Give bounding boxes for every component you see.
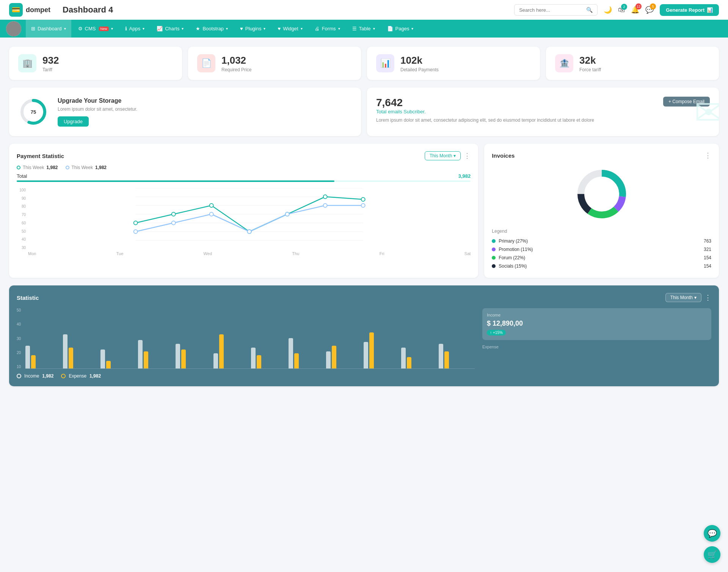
legend-label-week1: This Week xyxy=(23,165,44,170)
statistic-this-month-button[interactable]: This Month ▾ xyxy=(665,293,701,302)
income-panel: Income $ 12,890,00 ↑ +15% xyxy=(482,308,711,340)
statistic-more-button[interactable]: ⋮ xyxy=(704,293,711,302)
x-label-fri: Fri xyxy=(380,251,384,256)
svg-point-20 xyxy=(286,212,289,216)
theme-icon[interactable]: 🌙 xyxy=(604,6,612,14)
generate-report-button[interactable]: Generate Report 📊 xyxy=(660,4,719,16)
chevron-down-icon: ▾ xyxy=(226,27,228,31)
sidebar-item-cms[interactable]: ⚙ CMS New ▾ xyxy=(73,20,118,38)
invoices-title: Invoices xyxy=(492,152,515,159)
sidebar-item-widget[interactable]: ♥ Widget ▾ xyxy=(272,20,308,38)
email-bg-icon: ✉ xyxy=(694,92,719,132)
stat-card-required-price: 📄 1,032 Required Price xyxy=(188,47,361,80)
legend-section-title: Legend xyxy=(492,229,711,234)
income-label: Income xyxy=(24,373,39,379)
forum-dot xyxy=(492,256,496,260)
y-label: 70 xyxy=(17,213,26,217)
required-price-label: Required Price xyxy=(221,67,251,72)
primary-dot xyxy=(492,239,496,243)
tariff-value: 932 xyxy=(42,55,59,66)
sidebar-item-table[interactable]: ☰ Table ▾ xyxy=(347,20,380,38)
line-chart-container: 30 40 50 60 70 80 90 100 xyxy=(17,188,471,257)
expense-dot xyxy=(61,374,66,378)
chat-btn[interactable]: 💬 5 xyxy=(645,6,654,14)
widget-icon: ♥ xyxy=(278,26,281,31)
legend-list-item-primary: Primary (27%) 763 xyxy=(492,237,711,245)
chevron-down-icon: ▾ xyxy=(373,27,375,31)
upgrade-button[interactable]: Upgrade xyxy=(58,116,89,127)
bar-white xyxy=(251,348,256,368)
x-label-wed: Wed xyxy=(204,251,212,256)
bar-white xyxy=(176,344,180,368)
sidebar-item-bootstrap[interactable]: ★ Bootstrap ▾ xyxy=(190,20,233,38)
invoices-donut-svg xyxy=(573,166,630,223)
x-label-sat: Sat xyxy=(464,251,471,256)
cart-btn[interactable]: 🛍 2 xyxy=(618,6,625,14)
this-month-button[interactable]: This Month ▾ xyxy=(425,151,461,160)
sidebar-item-plugins[interactable]: ♥ Plugins ▾ xyxy=(235,20,271,38)
chevron-down-icon: ▾ xyxy=(143,27,144,31)
y-label: 30 xyxy=(17,246,26,250)
email-card-info: 7,642 Total emails Subcriber. Lorem ipsu… xyxy=(376,97,594,123)
legend-item-week2: This Week 1,982 xyxy=(66,165,107,170)
svg-point-10 xyxy=(172,212,176,216)
y-label: 50 xyxy=(17,229,26,234)
invoices-more-button[interactable]: ⋮ xyxy=(704,151,711,160)
y-label: 40 xyxy=(17,237,26,241)
pages-icon: 📄 xyxy=(387,26,393,31)
socials-dot xyxy=(492,264,496,268)
sidebar-item-pages[interactable]: 📄 Pages ▾ xyxy=(382,20,419,38)
bar-white xyxy=(138,340,143,368)
line-chart: Mon Tue Wed Thu Fri Sat xyxy=(28,188,471,257)
bar-white xyxy=(289,338,293,368)
income-legend-item: Income 1,982 xyxy=(17,373,53,379)
search-input[interactable] xyxy=(519,7,583,13)
nav-label-table: Table xyxy=(359,26,371,31)
statistic-body: 10 20 30 40 50 xyxy=(17,308,711,379)
email-desc: Lorem ipsum dolor sit amet, consectetur … xyxy=(376,118,594,123)
nav-label-charts: Charts xyxy=(165,26,179,31)
bell-badge: 12 xyxy=(635,3,642,9)
nav-label-apps: Apps xyxy=(129,26,141,31)
tariff-icon: 🏢 xyxy=(18,54,36,72)
mid-row: 75 Upgrade Your Storage Lorem ipsum dolo… xyxy=(9,88,719,136)
sidebar-item-dashboard[interactable]: ⊞ Dashboard ▾ xyxy=(26,20,71,38)
invoices-card: Invoices ⋮ Leg xyxy=(484,144,719,278)
bar-white xyxy=(326,351,331,368)
bar-white xyxy=(25,346,30,368)
sidebar-item-forms[interactable]: 🖨 Forms ▾ xyxy=(309,20,345,38)
bar-group-1 xyxy=(25,346,61,368)
x-label-thu: Thu xyxy=(292,251,299,256)
email-count: 7,642 xyxy=(376,97,594,109)
chevron-down-icon: ▾ xyxy=(411,27,413,31)
this-month-label: This Month xyxy=(430,153,452,158)
forms-icon: 🖨 xyxy=(315,26,320,31)
arrow-up-icon: ↑ xyxy=(490,331,492,335)
legend-dot-week2 xyxy=(66,166,69,169)
tariff-label: Tariff xyxy=(42,67,59,72)
forum-label: Forum (22%) xyxy=(499,255,525,260)
legend-val-week1: 1,982 xyxy=(46,165,58,170)
topbar-icons: 🌙 🛍 2 🔔 12 💬 5 Generate Report 📊 xyxy=(604,4,719,16)
promotion-label: Promotion (11%) xyxy=(499,247,533,252)
bar-group-6 xyxy=(213,334,249,368)
primary-value: 763 xyxy=(704,238,711,244)
bell-btn[interactable]: 🔔 12 xyxy=(631,6,639,14)
income-badge: ↑ +15% xyxy=(487,330,506,335)
bar-white xyxy=(213,353,218,368)
stat-card-tariff: 🏢 932 Tariff xyxy=(9,47,182,80)
x-label-tue: Tue xyxy=(116,251,124,256)
bar-yellow xyxy=(69,348,73,368)
legend-left: Forum (22%) xyxy=(492,255,525,260)
force-tariff-label: Force tariff xyxy=(579,67,601,72)
sidebar-item-apps[interactable]: ℹ Apps ▾ xyxy=(120,20,150,38)
page-title: Dashboard 4 xyxy=(63,5,508,15)
more-options-button[interactable]: ⋮ xyxy=(464,152,471,160)
bar-white xyxy=(439,344,443,368)
income-panel-title: Income xyxy=(487,313,707,317)
legend-list-item-socials: Socials (15%) 154 xyxy=(492,262,711,270)
report-icon: 📊 xyxy=(707,7,713,13)
y-label: 80 xyxy=(17,204,26,208)
sidebar-item-charts[interactable]: 📈 Charts ▾ xyxy=(151,20,189,38)
y-label: 60 xyxy=(17,221,26,225)
